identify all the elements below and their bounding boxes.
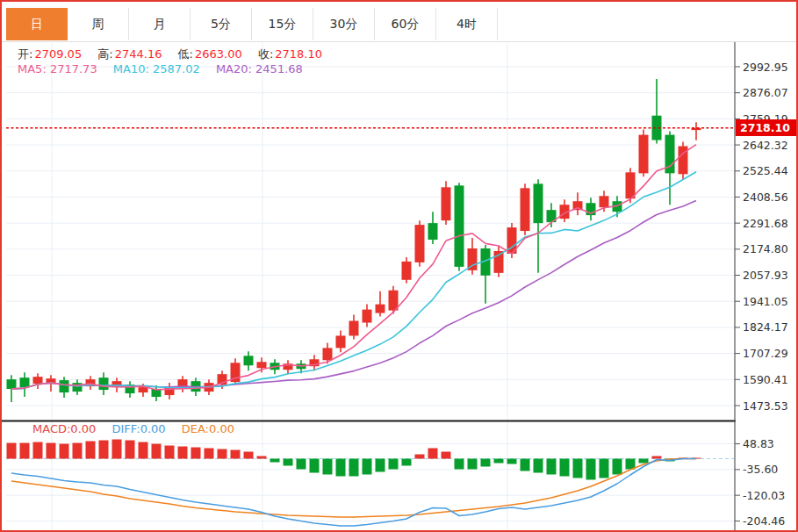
macd-bar — [349, 459, 359, 477]
candle-body — [521, 188, 530, 231]
macd-bar — [126, 441, 135, 459]
candle-body — [349, 321, 359, 336]
axis-tick-label: -120.03 — [743, 489, 785, 502]
tab-4时[interactable]: 4时 — [436, 8, 498, 40]
axis-tick-label: 2291.68 — [743, 217, 788, 230]
candle-body — [428, 223, 438, 240]
candle-body — [20, 377, 30, 387]
dea-label: DEA: — [182, 422, 209, 435]
macd-bar — [244, 452, 254, 459]
macd-bar — [284, 459, 293, 466]
axis-tick-label: 2642.32 — [743, 139, 788, 152]
axis-tick-label: 48.83 — [743, 437, 774, 450]
candle-body — [73, 383, 83, 392]
candle-body — [402, 262, 412, 280]
axis-tick-label: 1473.53 — [743, 399, 788, 413]
axis-tick-label: 1707.29 — [743, 347, 788, 360]
macd-bar — [47, 443, 56, 459]
macd-bar — [20, 443, 30, 459]
candle-body — [534, 183, 543, 223]
axis-tick-label: 1941.05 — [743, 295, 788, 308]
axis-tick-label: 1824.17 — [743, 320, 788, 334]
macd-header: MACD:0.00 DIFF:0.00 DEA:0.00 — [32, 422, 247, 435]
candle-body — [442, 187, 451, 220]
ma10-label: MA10: — [113, 62, 149, 75]
low-label: 低: — [178, 47, 193, 61]
axis-tick-label: 2408.56 — [743, 191, 788, 204]
close-value: 2718.10 — [275, 47, 322, 61]
candle-body — [336, 335, 346, 348]
macd-bar — [455, 459, 464, 470]
macd-bar — [205, 448, 214, 458]
open-label: 开: — [18, 47, 32, 61]
macd-bar — [389, 459, 399, 470]
macd-bar — [178, 447, 188, 459]
tab-30分[interactable]: 30分 — [313, 8, 375, 40]
macd-bar — [323, 459, 333, 475]
macd-bar — [270, 459, 280, 463]
ma20-line — [11, 201, 696, 390]
macd-bar — [428, 448, 438, 458]
macd-bar — [257, 457, 267, 459]
diff-value: 0.00 — [140, 422, 166, 435]
macd-bar — [33, 442, 43, 459]
macd-bar — [99, 441, 109, 459]
macd-bar — [521, 459, 530, 471]
macd-bar — [573, 459, 583, 478]
macd-bar — [494, 459, 504, 464]
candle-body — [600, 196, 609, 207]
candle-body — [455, 185, 464, 267]
macd-bar — [481, 459, 491, 467]
timeframe-tabbar: 日周月5分15分30分60分4时 — [6, 8, 498, 40]
macd-bar — [336, 459, 346, 477]
axis-tick-label: 1590.41 — [743, 373, 788, 386]
candle-body — [99, 377, 109, 390]
high-label: 高: — [97, 47, 112, 61]
macd-bar — [468, 459, 478, 470]
current-price-tag: 2718.10 — [736, 119, 796, 136]
tab-月[interactable]: 月 — [129, 8, 191, 40]
tab-5分[interactable]: 5分 — [191, 8, 252, 40]
macd-bar — [442, 452, 451, 459]
macd-bar — [415, 455, 425, 459]
macd-label: MACD: — [32, 422, 70, 435]
ma20-label: MA20: — [216, 62, 252, 75]
candle-body — [639, 135, 649, 174]
macd-value: 0.00 — [70, 422, 96, 435]
axis-tick-label: -35.60 — [743, 463, 778, 476]
tab-60分[interactable]: 60分 — [375, 8, 436, 40]
macd-bar — [507, 459, 517, 464]
ohlc-header: 开:2709.05 高:2744.16 低:2663.00 收:2718.10 — [18, 47, 334, 62]
macd-bar — [402, 459, 412, 466]
candle-body — [415, 225, 425, 262]
axis-tick-label: 2174.80 — [743, 242, 788, 255]
macd-bar — [639, 459, 649, 464]
ma20-value: 2451.68 — [255, 62, 303, 75]
tab-周[interactable]: 周 — [68, 8, 129, 40]
diff-label: DIFF: — [111, 422, 140, 435]
macd-bar — [139, 442, 148, 459]
macd-bar — [586, 459, 596, 480]
ma5-line — [11, 145, 696, 390]
macd-bar — [547, 459, 557, 475]
candle-body — [139, 387, 148, 392]
dea-value: 0.00 — [209, 422, 234, 435]
candle-body — [363, 310, 372, 323]
candle-body — [376, 305, 385, 313]
low-value: 2663.00 — [195, 47, 242, 61]
ma5-label: MA5: — [18, 62, 47, 75]
macd-bar — [86, 442, 96, 459]
macd-bar — [152, 444, 162, 459]
macd-bar — [363, 459, 372, 475]
axis-tick-label: 2992.95 — [743, 61, 788, 74]
macd-bar — [112, 440, 122, 459]
axis-tick-label: 2876.07 — [743, 86, 788, 99]
macd-bar — [310, 459, 320, 473]
candle-body — [7, 379, 17, 389]
macd-bar — [60, 444, 69, 459]
tab-15分[interactable]: 15分 — [252, 8, 313, 40]
tab-日[interactable]: 日 — [6, 8, 68, 40]
candlestick-chart[interactable]: 2992.952876.072759.192642.322525.442408.… — [2, 2, 796, 530]
candle-body — [257, 362, 267, 368]
high-value: 2744.16 — [115, 47, 162, 61]
